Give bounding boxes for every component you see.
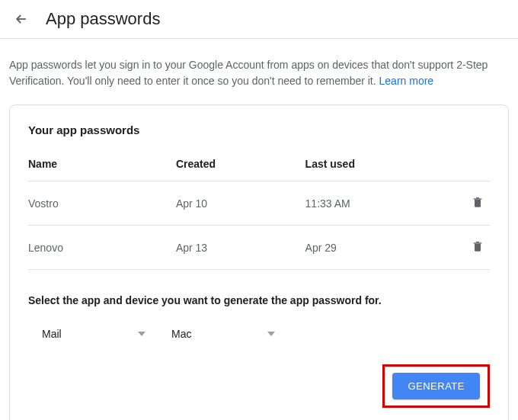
row-name: Vostro xyxy=(28,181,176,226)
page-title: App passwords xyxy=(46,9,160,29)
table-row: Lenovo Apr 13 Apr 29 xyxy=(28,226,490,270)
row-last-used: 11:33 AM xyxy=(305,181,444,226)
page-header: App passwords xyxy=(0,0,518,39)
selectors-row: Mail Mac xyxy=(28,323,490,345)
passwords-table: Name Created Last used Vostro Apr 10 11:… xyxy=(28,158,490,270)
trash-icon[interactable] xyxy=(472,239,484,253)
chevron-down-icon xyxy=(138,328,145,340)
highlight-box: GENERATE xyxy=(382,364,490,408)
generate-button[interactable]: GENERATE xyxy=(392,373,480,399)
table-row: Vostro Apr 10 11:33 AM xyxy=(28,181,490,226)
device-dropdown-value: Mac xyxy=(171,328,191,340)
device-dropdown[interactable]: Mac xyxy=(158,323,287,345)
app-dropdown[interactable]: Mail xyxy=(28,323,158,345)
description-text: App passwords let you sign in to your Go… xyxy=(0,39,518,104)
button-row: GENERATE xyxy=(28,364,490,408)
learn-more-link[interactable]: Learn more xyxy=(379,75,434,87)
col-header-name: Name xyxy=(28,158,176,181)
section-title: Your app passwords xyxy=(28,123,490,136)
row-last-used: Apr 29 xyxy=(305,226,444,270)
col-header-last-used: Last used xyxy=(305,158,444,181)
col-header-action xyxy=(443,158,490,181)
app-passwords-card: Your app passwords Name Created Last use… xyxy=(9,104,509,420)
back-arrow-icon[interactable] xyxy=(12,10,30,28)
trash-icon[interactable] xyxy=(472,195,484,209)
row-created: Apr 13 xyxy=(176,226,305,270)
col-header-created: Created xyxy=(176,158,305,181)
row-name: Lenovo xyxy=(28,226,176,270)
row-created: Apr 10 xyxy=(176,181,305,226)
app-dropdown-value: Mail xyxy=(42,328,62,340)
select-instruction: Select the app and device you want to ge… xyxy=(28,294,490,306)
chevron-down-icon xyxy=(267,328,275,340)
